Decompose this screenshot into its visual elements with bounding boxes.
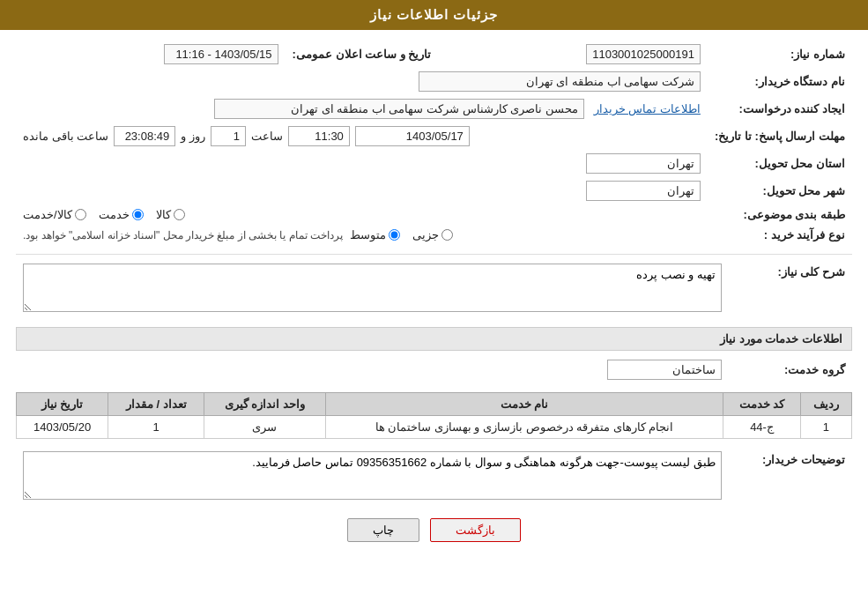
buyer-org-label: نام دستگاه خریدار:: [708, 68, 852, 95]
need-description-table: شرح کلی نیاز: تهیه و نصب پرده: [16, 260, 852, 318]
main-content: شماره نیاز: تاریخ و ساعت اعلان عمومی: نا…: [0, 30, 868, 561]
requester-link[interactable]: اطلاعات تماس خریدار: [594, 102, 701, 115]
delivery-province-cell: [16, 150, 708, 177]
need-number-cell: [438, 41, 708, 68]
col-rownum: ردیف: [800, 393, 851, 416]
cell-service-name: انجام کارهای متفرقه درخصوص بازسازی و بهس…: [325, 416, 723, 439]
cell-quantity: 1: [108, 416, 204, 439]
col-service-name: نام خدمت: [325, 393, 723, 416]
delivery-province-input: [586, 153, 701, 174]
deadline-days-input: [211, 126, 246, 146]
col-service-code: کد خدمت: [723, 393, 800, 416]
services-section-header: اطلاعات خدمات مورد نیاز: [16, 327, 852, 351]
cell-service-code: ج-44: [723, 416, 800, 439]
announce-datetime-cell: [16, 41, 286, 68]
requester-input: [214, 99, 584, 119]
category-radio-khidmat[interactable]: [132, 209, 144, 220]
service-group-cell: [16, 356, 729, 383]
deadline-time-input: [288, 126, 350, 146]
buyer-notes-table: توضیحات خریدار: طبق لیست پیوست-جهت هرگون…: [16, 448, 852, 506]
buyer-org-input: [419, 71, 701, 92]
delivery-city-input: [586, 181, 701, 201]
page-wrapper: جزئیات اطلاعات نیاز شماره نیاز: تاریخ و …: [0, 0, 868, 609]
process-radio-juzyi[interactable]: [441, 229, 453, 241]
need-number-label: شماره نیاز:: [708, 41, 852, 68]
requester-cell: اطلاعات تماس خریدار: [16, 95, 708, 123]
service-group-label: گروه خدمت:: [729, 356, 852, 383]
category-kala-khidmat[interactable]: کالا/خدمت: [23, 208, 86, 221]
service-group-input: [607, 360, 722, 380]
deadline-time-label: ساعت: [251, 130, 283, 143]
delivery-city-cell: [16, 177, 708, 204]
delivery-province-label: استان محل تحویل:: [708, 150, 852, 177]
col-quantity: تعداد / مقدار: [108, 393, 204, 416]
deadline-days-label: روز و: [181, 130, 205, 143]
buyer-org-cell: [16, 68, 708, 95]
deadline-remaining-label: ساعت باقی مانده: [23, 130, 108, 143]
cell-unit: سری: [204, 416, 325, 439]
bottom-buttons: بازگشت چاپ: [16, 518, 852, 542]
process-mutavasit[interactable]: متوسط: [350, 228, 400, 241]
page-header: جزئیات اطلاعات نیاز: [0, 0, 868, 30]
buyer-notes-textarea[interactable]: طبق لیست پیوست-جهت هرگونه هماهنگی و سوال…: [23, 451, 722, 500]
process-radio-mutavasit[interactable]: [389, 229, 400, 241]
process-note: پرداخت تمام یا بخشی از مبلغ خریدار محل "…: [23, 229, 343, 241]
back-button[interactable]: بازگشت: [430, 518, 521, 542]
service-group-table: گروه خدمت:: [16, 356, 852, 383]
need-description-textarea[interactable]: تهیه و نصب پرده: [23, 264, 722, 312]
divider-1: [16, 254, 852, 255]
announce-datetime-input: [164, 44, 278, 64]
announce-datetime-label: تاریخ و ساعت اعلان عمومی:: [286, 41, 439, 68]
col-date: تاریخ نیاز: [17, 393, 108, 416]
deadline-label: مهلت ارسال پاسخ: تا تاریخ:: [708, 123, 852, 150]
buyer-notes-label: توضیحات خریدار:: [729, 448, 852, 506]
delivery-city-label: شهر محل تحویل:: [708, 177, 852, 204]
category-radio-kala-khidmat[interactable]: [75, 209, 86, 220]
category-radio-kala[interactable]: [174, 209, 185, 220]
buyer-notes-cell: طبق لیست پیوست-جهت هرگونه هماهنگی و سوال…: [16, 448, 729, 506]
category-kala[interactable]: کالا: [156, 208, 185, 221]
process-label: نوع فرآیند خرید :: [708, 225, 852, 245]
need-number-input: [586, 44, 701, 64]
col-unit: واحد اندازه گیری: [204, 393, 325, 416]
deadline-date-input: [355, 126, 470, 146]
requester-label: ایجاد کننده درخواست:: [708, 95, 852, 123]
need-description-cell: تهیه و نصب پرده: [16, 260, 729, 318]
page-title: جزئیات اطلاعات نیاز: [370, 7, 498, 22]
category-khidmat[interactable]: خدمت: [99, 208, 144, 221]
table-row: 1 ج-44 انجام کارهای متفرقه درخصوص بازساز…: [17, 416, 852, 439]
deadline-cell: ساعت باقی مانده روز و ساعت: [16, 123, 708, 150]
print-button[interactable]: چاپ: [347, 518, 419, 542]
info-table: شماره نیاز: تاریخ و ساعت اعلان عمومی: نا…: [16, 41, 852, 245]
category-label: طبقه بندی موضوعی:: [708, 204, 852, 225]
category-cell: کالا/خدمت خدمت کالا: [16, 204, 708, 225]
cell-date: 1403/05/20: [17, 416, 108, 439]
process-cell: پرداخت تمام یا بخشی از مبلغ خریدار محل "…: [16, 225, 708, 245]
cell-rownum: 1: [800, 416, 851, 439]
deadline-remaining-input: [114, 126, 175, 146]
process-juzyi[interactable]: جزیی: [412, 228, 453, 241]
need-description-label: شرح کلی نیاز:: [729, 260, 852, 318]
services-table: ردیف کد خدمت نام خدمت واحد اندازه گیری ت…: [16, 392, 852, 439]
